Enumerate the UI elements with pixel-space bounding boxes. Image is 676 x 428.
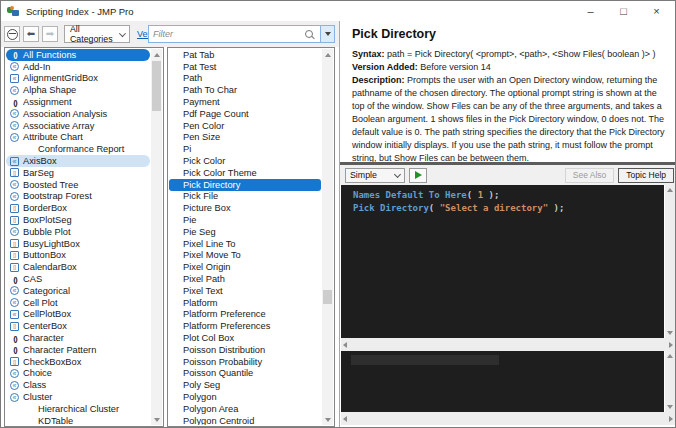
see-also-button[interactable]: See Also [565,168,615,183]
list-item[interactable]: Pie Seg [169,226,322,238]
list-item[interactable]: Pick File [169,191,322,203]
list-item[interactable]: Polygon Centroid [169,415,322,425]
scroll-up-icon[interactable] [665,185,675,195]
list-item[interactable]: Hierarchical Cluster [6,403,151,415]
scroll-up-icon[interactable] [151,49,162,60]
log-output-area[interactable] [341,351,664,412]
item-list-scrollbar[interactable] [322,49,333,425]
log-scrollbar[interactable] [665,351,675,412]
list-item[interactable]: ()Character Pattern [6,344,151,356]
list-item[interactable]: []CheckBoxBox [6,356,151,368]
list-item[interactable]: Pick Color [169,155,322,167]
scroll-up-icon[interactable] [665,351,675,361]
list-item[interactable]: «Associative Array [6,120,151,132]
list-item[interactable]: []BarSeg [6,167,151,179]
list-item[interactable]: Poisson Probability [169,356,322,368]
list-item[interactable]: Pen Size [169,132,322,144]
list-item[interactable]: «Alpha Shape [6,84,151,96]
list-item[interactable]: KDTable [6,415,151,425]
list-item[interactable]: Poisson Quantile [169,368,322,380]
list-item[interactable]: Polygon Area [169,403,322,415]
minimize-button[interactable]: – [574,1,607,21]
list-item[interactable]: Pen Color [169,120,322,132]
list-item[interactable]: []CenterBox [6,320,151,332]
scroll-up-icon[interactable] [322,49,333,60]
list-item[interactable]: Payment [169,96,322,108]
list-item[interactable]: ()Assignment [6,96,151,108]
list-item[interactable]: Picture Box [169,202,322,214]
maximize-button[interactable]: □ [607,1,640,21]
list-item[interactable]: «Cluster [6,391,151,403]
category-list-scrollbar[interactable] [151,49,162,425]
scroll-down-icon[interactable] [665,402,675,412]
list-item[interactable]: Platform Preferences [169,320,322,332]
list-item[interactable]: ()All Functions [6,49,150,61]
example-code-editor[interactable]: Names Default To Here( 1 );Pick Director… [341,185,664,338]
list-item[interactable]: Path To Char [169,84,322,96]
list-item[interactable]: Pdf Page Count [169,108,322,120]
topic-help-button[interactable]: Topic Help [618,168,674,183]
scroll-down-icon[interactable] [151,414,162,425]
list-item[interactable]: []CalendarBox [6,261,151,273]
forward-button[interactable]: ➡ [42,26,58,42]
list-item[interactable]: «AxisBox [6,155,150,167]
list-item[interactable]: «Categorical [6,285,151,297]
list-item[interactable]: []BoxPlotSeg [6,214,151,226]
list-item[interactable]: Platform [169,297,322,309]
scroll-left-icon[interactable] [343,412,347,425]
filter-dropdown-button[interactable] [320,26,334,42]
list-item[interactable]: «Add-In [6,61,151,73]
list-item[interactable]: Pixel Line To [169,238,322,250]
run-script-button[interactable] [409,168,427,183]
close-button[interactable]: × [640,1,673,21]
list-item[interactable]: Pick Color Theme [169,167,322,179]
collapse-button[interactable] [4,26,20,42]
list-item[interactable]: Pixel Path [169,273,322,285]
log-hscrollbar[interactable] [341,412,675,425]
list-item[interactable]: «Attribute Chart [6,132,151,144]
list-item[interactable]: «CellPlotBox [6,309,151,321]
list-item[interactable]: Pi [169,143,322,155]
list-item[interactable]: Pat Test [169,61,322,73]
scroll-right-icon[interactable] [669,412,673,425]
list-item[interactable]: ()CAS [6,273,151,285]
scroll-down-icon[interactable] [322,414,333,425]
list-item[interactable]: Platform Preference [169,309,322,321]
list-item[interactable]: Pixel Move To [169,250,322,262]
list-item[interactable]: ()Character [6,332,151,344]
list-item-label: Pixel Line To [183,239,236,249]
list-item[interactable]: «Class [6,379,151,391]
list-item[interactable]: []BusyLightBox [6,238,151,250]
list-item[interactable]: Pat Tab [169,49,322,61]
list-item[interactable]: Pie [169,214,322,226]
scroll-right-icon[interactable] [669,338,673,351]
list-item[interactable]: «Cell Plot [6,297,151,309]
list-item[interactable]: []BorderBox [6,202,151,214]
scrollbar-thumb[interactable] [152,61,161,111]
category-dropdown[interactable]: All Categories [64,25,130,43]
filter-input[interactable] [149,29,305,39]
list-item[interactable]: Conformance Report [6,143,151,155]
scroll-left-icon[interactable] [343,338,347,351]
editor-hscrollbar[interactable] [341,338,675,351]
list-item[interactable]: Path [169,73,322,85]
scroll-down-icon[interactable] [665,328,675,338]
list-item[interactable]: Pick Directory [169,179,321,191]
list-item[interactable]: «Boosted Tree [6,179,151,191]
list-item[interactable]: «Association Analysis [6,108,151,120]
back-button[interactable]: ⬅ [23,26,39,42]
list-item[interactable]: Pixel Text [169,285,322,297]
scrollbar-thumb[interactable] [323,290,332,304]
list-item[interactable]: Poly Seg [169,379,322,391]
list-item[interactable]: []ButtonBox [6,250,151,262]
list-item[interactable]: Plot Col Box [169,332,322,344]
list-item[interactable]: Pixel Origin [169,261,322,273]
list-item[interactable]: «Choice [6,368,151,380]
list-item[interactable]: «Bubble Plot [6,226,151,238]
list-item[interactable]: «AlignmentGridBox [6,73,151,85]
list-item[interactable]: «Bootstrap Forest [6,191,151,203]
example-mode-dropdown[interactable]: Simple [345,168,405,183]
editor-scrollbar[interactable] [665,185,675,338]
list-item[interactable]: Polygon [169,391,322,403]
list-item[interactable]: Poisson Distribution [169,344,322,356]
